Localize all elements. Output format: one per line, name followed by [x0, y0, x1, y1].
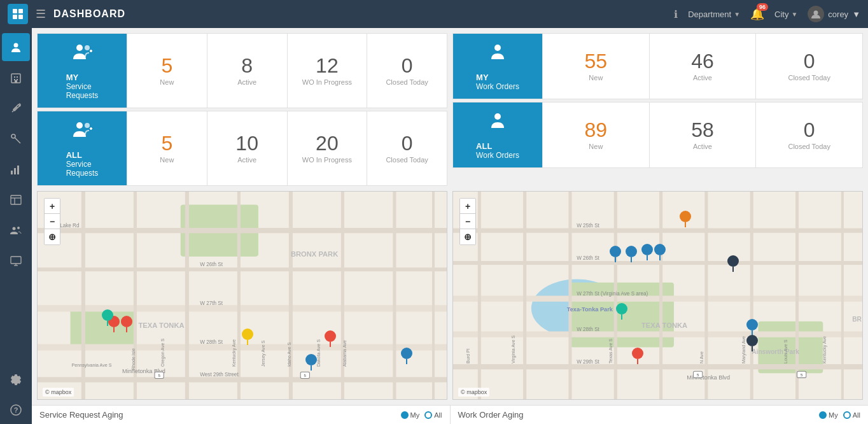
radio-filled-icon [819, 411, 827, 419]
my-wo-closed-count: 0 [804, 51, 815, 71]
user-chevron-icon: ▼ [852, 10, 860, 19]
map-pin-darkblue-r2[interactable] [746, 335, 759, 351]
svg-text:Jersey Ave S: Jersey Ave S [261, 340, 266, 367]
all-service-requests-hero[interactable]: ALL Service Requests [38, 111, 127, 185]
wo-aging-all-radio[interactable]: All [843, 411, 860, 419]
svg-rect-14 [11, 171, 13, 174]
main-layout: ? [0, 28, 868, 424]
map-pin-blue-r3[interactable] [641, 244, 654, 260]
sidebar-item-group[interactable] [2, 216, 30, 244]
topnav-right: ℹ Department ▼ 🔔 96 City ▼ corey ▼ [674, 6, 860, 22]
city-dropdown[interactable]: City ▼ [769, 7, 802, 22]
zoom-out-button-right[interactable]: − [460, 214, 475, 229]
map-pin-teal-1[interactable] [101, 309, 114, 326]
sr-aging-my-radio[interactable]: My [401, 411, 420, 419]
my-sr-active[interactable]: 8 Active [207, 34, 287, 108]
sidebar-item-tools[interactable] [2, 94, 30, 122]
hamburger-icon[interactable]: ☰ [36, 7, 46, 21]
all-wo-cells: 89 New 58 Active 0 Closed Today [542, 102, 862, 167]
zoom-in-button-left[interactable]: + [45, 199, 60, 214]
my-sr-wip-label: WO In Progress [302, 78, 352, 86]
sidebar-item-person[interactable] [2, 33, 30, 61]
svg-point-31 [494, 45, 501, 51]
svg-rect-8 [17, 76, 18, 78]
sidebar-item-settings[interactable] [2, 365, 30, 393]
svg-text:BR: BR [852, 316, 862, 323]
svg-rect-22 [11, 257, 21, 264]
wo-aging-radio-group: My All [819, 411, 860, 419]
main-content: MY Service Requests 5 New 8 Active [32, 28, 868, 424]
svg-rect-7 [14, 76, 15, 78]
my-wo-new-label: New [589, 74, 603, 81]
compass-button-left[interactable]: ⊕ [45, 229, 60, 244]
all-sr-closed-count: 0 [402, 133, 413, 153]
all-sr-new-count: 5 [161, 133, 172, 153]
map-pin-blue-2[interactable] [400, 348, 413, 364]
my-wo-closed[interactable]: 0 Closed Today [755, 34, 862, 99]
my-sr-closed[interactable]: 0 Closed Today [367, 34, 447, 108]
all-wo-active[interactable]: 58 Active [649, 102, 756, 167]
sidebar-item-monitor[interactable] [2, 247, 30, 275]
department-dropdown[interactable]: Department ▼ [683, 7, 745, 22]
svg-text:5: 5 [158, 373, 160, 378]
my-wo-new[interactable]: 55 New [542, 34, 649, 99]
all-work-orders-hero[interactable]: ALL Work Orders [453, 102, 542, 167]
map-pin-orange-1[interactable] [679, 211, 692, 227]
my-wo-active[interactable]: 46 Active [649, 34, 756, 99]
svg-rect-3 [18, 15, 23, 19]
wo-aging-title: Work Order Aging [458, 410, 524, 420]
sr-aging-title: Service Request Aging [39, 410, 123, 420]
map-pin-blue-r5[interactable] [746, 319, 759, 336]
all-sr-new[interactable]: 5 New [127, 111, 207, 185]
my-work-orders-hero[interactable]: MY Work Orders [453, 34, 542, 99]
zoom-out-button-left[interactable]: − [45, 214, 60, 229]
zoom-in-button-right[interactable]: + [460, 199, 475, 214]
map-pin-red-r1[interactable] [631, 348, 644, 364]
map-pin-red-2[interactable] [120, 316, 133, 332]
svg-text:Louis Ave S: Louis Ave S [783, 339, 788, 364]
user-menu[interactable]: corey ▼ [808, 6, 860, 22]
map-pin-teal-r1[interactable] [615, 303, 628, 320]
maps-section: Cedar Lake Rd W 26th St W 27th St W 28th… [32, 191, 868, 405]
svg-rect-2 [13, 15, 17, 19]
svg-text:Oregon Ave S: Oregon Ave S [160, 339, 165, 367]
my-wo-active-count: 46 [691, 51, 714, 71]
info-icon[interactable]: ℹ [674, 8, 678, 20]
svg-text:Burd Pl: Burd Pl [466, 348, 471, 364]
wo-aging-my-radio[interactable]: My [819, 411, 838, 419]
my-service-requests-hero[interactable]: MY Service Requests [38, 34, 127, 108]
svg-point-28 [85, 45, 90, 50]
notification-bell[interactable]: 🔔 96 [750, 7, 764, 21]
my-sr-new[interactable]: 5 New [127, 34, 207, 108]
all-sr-wip[interactable]: 20 WO In Progress [287, 111, 367, 185]
wo-aging-all-label: All [853, 411, 860, 419]
my-wo-closed-label: Closed Today [788, 74, 830, 81]
wo-aging-my-label: My [829, 411, 838, 419]
radio-empty-icon [843, 411, 851, 419]
my-sr-wip-count: 12 [316, 55, 339, 76]
sidebar-item-help[interactable]: ? [2, 396, 30, 424]
sidebar-item-table[interactable] [2, 186, 30, 214]
map-pin-darkblue-r1[interactable] [727, 255, 739, 272]
map-pin-blue-r1[interactable] [609, 246, 622, 262]
map-pin-blue-1[interactable] [305, 354, 318, 371]
compass-button-right[interactable]: ⊕ [460, 229, 475, 244]
svg-text:West 29th Street: West 29th Street [200, 372, 239, 378]
map-pin-blue-r4[interactable] [654, 244, 666, 260]
my-wo-cells: 55 New 46 Active 0 Closed Today [542, 34, 862, 99]
all-sr-active[interactable]: 10 Active [207, 111, 287, 185]
all-sr-closed[interactable]: 0 Closed Today [367, 111, 447, 185]
service-requests-map[interactable]: Cedar Lake Rd W 26th St W 27th St W 28th… [37, 191, 447, 400]
work-orders-map[interactable]: W 25th St W 26th St W 27th St (Virginia … [452, 191, 863, 400]
all-wo-closed[interactable]: 0 Closed Today [755, 102, 862, 167]
svg-rect-16 [17, 166, 19, 174]
sr-aging-all-radio[interactable]: All [424, 411, 442, 419]
my-sr-wip[interactable]: 12 WO In Progress [287, 34, 367, 108]
map-pin-yellow-1[interactable] [241, 329, 254, 345]
sidebar-item-building[interactable] [2, 64, 30, 92]
map-pin-red-3[interactable] [324, 330, 337, 347]
sidebar-item-wrench[interactable] [2, 125, 30, 153]
map-pin-blue-r2[interactable] [625, 246, 638, 262]
sidebar-item-chart[interactable] [2, 155, 30, 183]
all-wo-new[interactable]: 89 New [542, 102, 649, 167]
